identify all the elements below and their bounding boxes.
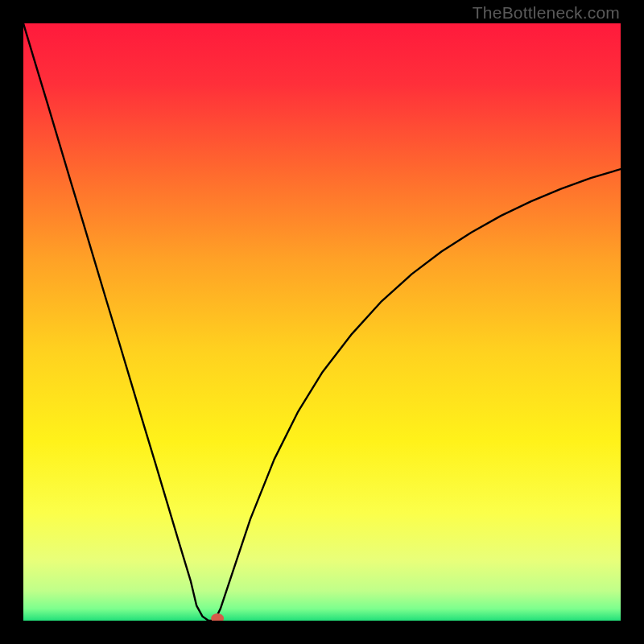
bottleneck-chart: [23, 23, 621, 621]
chart-frame: [23, 23, 621, 621]
watermark-text: TheBottleneck.com: [473, 3, 620, 23]
